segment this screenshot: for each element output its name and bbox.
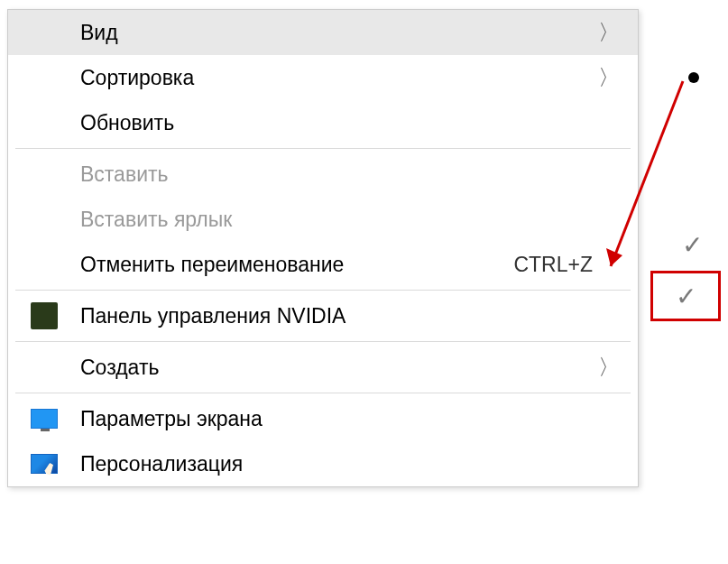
menu-item-paste-shortcut: Вставить ярлык — [8, 197, 638, 242]
menu-shortcut: CTRL+Z — [513, 253, 593, 277]
menu-separator — [15, 393, 631, 393]
bullet-icon — [688, 72, 699, 83]
display-icon — [30, 404, 59, 433]
menu-label: Отменить переименование — [80, 253, 513, 277]
nvidia-icon — [30, 301, 59, 330]
highlight-box: ✓ — [650, 271, 721, 321]
menu-item-paste: Вставить — [8, 152, 638, 197]
menu-item-nvidia[interactable]: Панель управления NVIDIA — [8, 293, 638, 338]
menu-label: Вставить ярлык — [80, 208, 620, 232]
menu-label: Сортировка — [80, 66, 598, 90]
chevron-right-icon: 〉 — [598, 63, 620, 92]
menu-item-refresh[interactable]: Обновить — [8, 100, 638, 145]
menu-label: Персонализация — [80, 452, 620, 476]
menu-item-personalize[interactable]: Персонализация — [8, 441, 638, 486]
chevron-right-icon: 〉 — [598, 18, 620, 47]
menu-item-sort[interactable]: Сортировка 〉 — [8, 55, 638, 100]
menu-label: Панель управления NVIDIA — [80, 304, 620, 328]
menu-label: Вставить — [80, 162, 620, 187]
menu-label: Создать — [80, 356, 598, 380]
menu-label: Обновить — [80, 111, 620, 135]
menu-item-view[interactable]: Вид 〉 — [8, 10, 638, 55]
menu-label: Параметры экрана — [80, 407, 620, 431]
check-icon: ✓ — [682, 230, 703, 260]
personalize-icon — [30, 449, 59, 478]
menu-separator — [15, 341, 631, 342]
menu-label: Вид — [80, 21, 598, 45]
menu-item-display-settings[interactable]: Параметры экрана — [8, 396, 638, 441]
submenu-panel: ✓ ✓ — [647, 0, 728, 564]
chevron-right-icon: 〉 — [598, 353, 620, 382]
menu-item-new[interactable]: Создать 〉 — [8, 345, 638, 390]
menu-separator — [15, 290, 631, 291]
check-icon: ✓ — [676, 282, 696, 311]
menu-separator — [15, 148, 631, 149]
desktop-context-menu: Вид 〉 Сортировка 〉 Обновить Вставить Вст… — [7, 9, 639, 487]
menu-item-undo-rename[interactable]: Отменить переименование CTRL+Z — [8, 242, 638, 287]
